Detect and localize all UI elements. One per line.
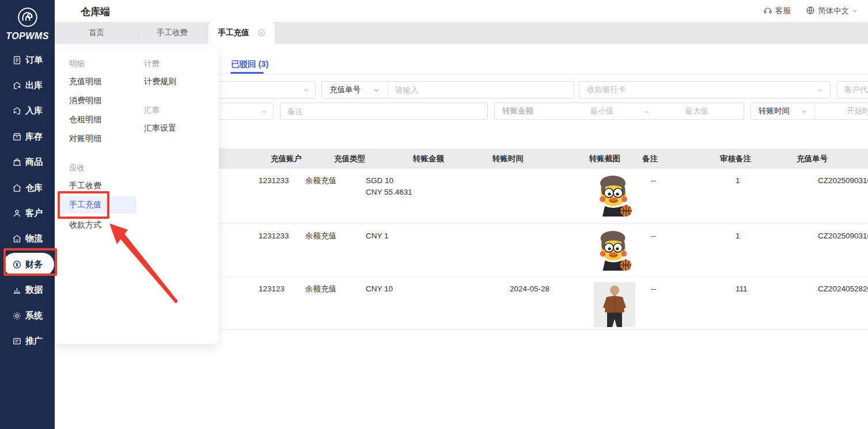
sidebar-item-label: 入库 — [25, 105, 43, 116]
transfer-screenshot-image[interactable] — [593, 174, 635, 217]
tab-manual-recharge-label: 手工充值 — [218, 28, 249, 38]
filter-bank-card-select[interactable]: 收款银行卡 — [579, 81, 831, 98]
cell-account: 1231233 — [259, 176, 289, 187]
col-header-screenshot: 转账截图 — [589, 149, 620, 169]
sidebar-item-label: 订单 — [25, 55, 43, 66]
sidebar-item-system[interactable]: 系统 — [0, 303, 55, 328]
sidebar-item-data[interactable]: 数据 — [0, 278, 55, 303]
sidebar-item-warehouse[interactable]: 仓库 — [0, 175, 55, 200]
language-selector[interactable]: 简体中文 — [806, 6, 858, 17]
recharge-no-select[interactable]: 充值单号 — [329, 85, 361, 95]
sidebar-item-customers[interactable]: 客户 — [0, 200, 55, 226]
cell-note: -- — [651, 284, 656, 295]
sidebar-item-label: 数据 — [25, 284, 43, 295]
menu-item-payment-method[interactable]: 收款方式 — [69, 220, 101, 230]
sidebar-item-outbound[interactable]: 出库 — [0, 73, 55, 98]
menu-item-reconciliation-detail[interactable]: 对账明细 — [69, 134, 101, 144]
menu-item-billing-rules[interactable]: 计费规则 — [144, 77, 176, 87]
cell-type: 余额充值 — [305, 176, 336, 187]
transfer-screenshot-image[interactable] — [594, 282, 635, 327]
filter-note-input[interactable] — [280, 102, 488, 120]
col-header-account: 充值账户 — [271, 149, 302, 169]
chevron-down-icon — [303, 87, 309, 93]
transfer-screenshot-image[interactable] — [593, 229, 635, 271]
cell-note: -- — [651, 176, 656, 187]
top-bar: 仓库端 客服 简体中文 — [55, 0, 868, 22]
sidebar-item-label: 物流 — [25, 233, 43, 244]
sidebar: TOPWMS 订单 出库 入库 库存 商品 仓库 客户 — [0, 0, 55, 429]
filter-customer-code-select[interactable]: 客户代码 — [837, 81, 868, 98]
amount-min-input[interactable]: 最小值 — [576, 106, 628, 116]
note-input[interactable] — [287, 107, 487, 116]
elephant-logo-icon — [0, 5, 55, 30]
filter-amount-range-group: 转账金额 最小值 - 最大值 — [494, 102, 744, 120]
inbound-icon — [12, 106, 22, 116]
cell-audit-note: 111 — [736, 284, 748, 295]
customer-icon — [12, 208, 22, 218]
warehouse-icon — [12, 183, 22, 193]
col-header-recharge-no: 充值单号 — [797, 149, 828, 169]
time-start-input[interactable]: 开始时间 — [847, 106, 868, 116]
sidebar-menu: 订单 出库 入库 库存 商品 仓库 客户 物流 — [0, 47, 55, 354]
logistics-icon — [12, 234, 22, 244]
sidebar-item-inventory[interactable]: 库存 — [0, 124, 55, 149]
inventory-icon — [12, 132, 22, 142]
sidebar-item-label: 商品 — [25, 157, 43, 168]
cell-recharge-no: CZ2025090316 — [818, 176, 868, 187]
transfer-time-select[interactable]: 转账时间 — [759, 106, 790, 116]
tab-close-icon[interactable] — [257, 29, 266, 37]
sidebar-item-promotion[interactable]: 推广 — [0, 328, 55, 354]
sidebar-item-finance[interactable]: 财务 — [0, 252, 55, 277]
filter-transfer-time-group: 转账时间 开始时间 — [751, 102, 868, 120]
sidebar-item-label: 库存 — [25, 131, 43, 142]
cell-amount: CNY 1 — [366, 231, 389, 242]
menu-item-manual-charge[interactable]: 手工收费 — [69, 181, 101, 191]
amount-line1: CNY 10 — [366, 284, 393, 295]
col-header-audit-note: 审核备注 — [720, 149, 751, 169]
amount-line2: CNY 55.4631 — [366, 187, 412, 198]
amount-dash: - — [645, 107, 648, 116]
headset-icon — [763, 6, 772, 17]
page-title: 仓库端 — [81, 5, 110, 18]
cell-audit-note: 1 — [736, 231, 740, 242]
tab-home[interactable]: 首页 — [55, 22, 138, 44]
sidebar-item-label: 系统 — [25, 310, 43, 321]
amount-max-input[interactable]: 最大值 — [671, 106, 723, 116]
cell-audit-note: 1 — [736, 176, 740, 187]
finance-dropdown-panel: 明细 充值明细 消费明细 仓租明细 对账明细 应收 手工收费 手工充值 收款方式… — [55, 48, 219, 344]
cell-type: 余额充值 — [305, 284, 336, 295]
cell-account: 1231233 — [259, 231, 289, 242]
chevron-down-icon — [261, 108, 267, 115]
col-header-note: 备注 — [642, 149, 658, 169]
finance-icon — [12, 260, 22, 269]
sidebar-item-products[interactable]: 商品 — [0, 150, 55, 175]
language-label: 简体中文 — [818, 6, 849, 16]
customer-code-placeholder: 客户代码 — [844, 85, 868, 95]
outbound-icon — [12, 81, 22, 90]
cell-type: 余额充值 — [305, 231, 336, 242]
chevron-down-icon — [801, 108, 808, 115]
menu-item-exchange-rate-settings[interactable]: 汇率设置 — [144, 123, 176, 134]
recharge-no-input[interactable] — [395, 86, 574, 94]
menu-item-manual-recharge[interactable]: 手工充值 — [69, 200, 101, 210]
customer-service-button[interactable]: 客服 — [763, 6, 791, 17]
cell-recharge-no: CZ2024052820 — [818, 284, 868, 295]
sidebar-item-logistics[interactable]: 物流 — [0, 226, 55, 252]
customer-service-label: 客服 — [775, 6, 791, 16]
menu-item-consume-detail[interactable]: 消费明细 — [69, 96, 101, 106]
tab-manual-recharge[interactable]: 手工充值 — [209, 22, 275, 44]
tab-manual-charge[interactable]: 手工收费 — [139, 22, 206, 44]
product-icon — [12, 157, 22, 167]
divider — [388, 82, 388, 98]
amount-line1: CNY 1 — [366, 231, 389, 242]
menu-section-title: 明细 — [69, 59, 85, 69]
sidebar-item-orders[interactable]: 订单 — [0, 47, 55, 73]
globe-icon — [806, 6, 815, 17]
menu-item-recharge-detail[interactable]: 充值明细 — [69, 77, 101, 87]
app-logo[interactable]: TOPWMS — [0, 5, 55, 41]
tab-rejected[interactable]: 已驳回 (3) — [231, 59, 268, 70]
chevron-down-icon — [373, 87, 380, 93]
sidebar-item-label: 财务 — [25, 259, 43, 270]
sidebar-item-inbound[interactable]: 入库 — [0, 98, 55, 124]
menu-item-storage-rent-detail[interactable]: 仓租明细 — [69, 115, 101, 125]
